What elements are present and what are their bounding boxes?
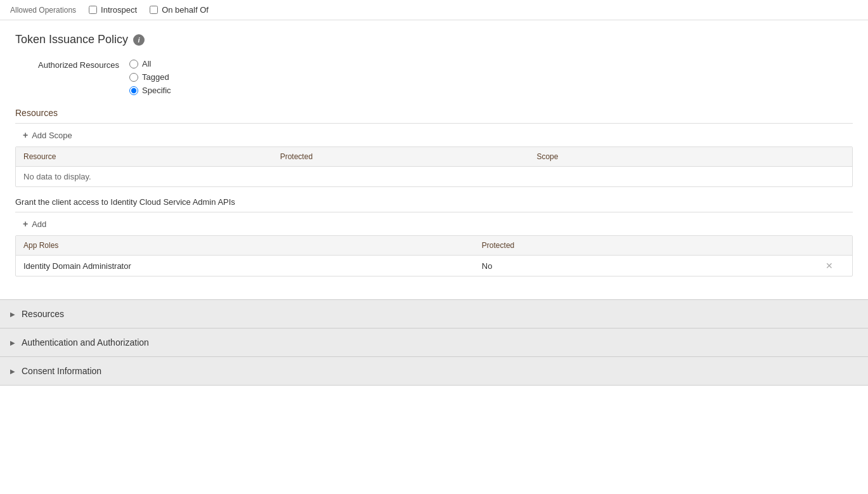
token-issuance-title: Token Issuance Policy	[15, 33, 128, 46]
radio-specific-input[interactable]	[129, 86, 138, 95]
app-roles-table-header: App Roles Protected	[16, 236, 852, 256]
introspect-checkbox[interactable]	[89, 6, 97, 14]
collapsible-sections: ▶ Resources ▶ Authentication and Authori…	[0, 299, 868, 386]
chevron-resources-icon: ▶	[10, 311, 15, 318]
add-button[interactable]: + Add	[15, 212, 54, 235]
resources-section: Resources + Add Scope Resource Protected…	[15, 108, 853, 187]
on-behalf-of-group: On behalf Of	[150, 5, 209, 15]
collapsible-auth[interactable]: ▶ Authentication and Authorization	[0, 328, 868, 357]
app-roles-table: App Roles Protected Identity Domain Admi…	[15, 235, 853, 276]
add-scope-button[interactable]: + Add Scope	[15, 124, 80, 146]
authorized-resources-options: All Tagged Specific	[129, 59, 171, 95]
collapsible-consent[interactable]: ▶ Consent Information	[0, 357, 868, 386]
authorized-resources-label: Authorized Resources	[15, 59, 129, 70]
no-data-row: No data to display.	[16, 167, 852, 186]
chevron-auth-icon: ▶	[10, 339, 15, 346]
col-header-protected: Protected	[280, 152, 537, 161]
main-content: Token Issuance Policy i Authorized Resou…	[0, 20, 868, 299]
delete-row-icon[interactable]: ✕	[826, 261, 833, 271]
no-data-text: No data to display.	[23, 172, 91, 181]
collapsible-consent-label: Consent Information	[22, 366, 101, 376]
resources-table-header: Resource Protected Scope	[16, 147, 852, 167]
radio-all-input[interactable]	[129, 60, 138, 68]
chevron-consent-icon: ▶	[10, 368, 15, 375]
resources-heading: Resources	[15, 108, 853, 118]
collapsible-auth-label: Authentication and Authorization	[22, 337, 149, 348]
radio-tagged-input[interactable]	[129, 73, 138, 82]
info-icon[interactable]: i	[133, 34, 145, 46]
col-header-resource: Resource	[23, 152, 280, 161]
top-bar: Allowed Operations Introspect On behalf …	[0, 0, 868, 20]
app-role-name: Identity Domain Administrator	[23, 261, 482, 271]
col-header-app-roles: App Roles	[23, 241, 482, 250]
app-roles-row-0: Identity Domain Administrator No ✕	[16, 256, 852, 276]
grant-heading: Grant the client access to Identity Clou…	[15, 197, 853, 207]
authorized-resources-row: Authorized Resources All Tagged Specific	[15, 59, 853, 95]
radio-specific[interactable]: Specific	[129, 86, 171, 95]
radio-tagged[interactable]: Tagged	[129, 72, 171, 82]
introspect-label[interactable]: Introspect	[101, 5, 137, 15]
section-title-row: Token Issuance Policy i	[15, 33, 853, 46]
allowed-operations-label: Allowed Operations	[10, 6, 76, 15]
grant-section: Grant the client access to Identity Clou…	[15, 197, 853, 276]
introspect-group: Introspect	[89, 5, 137, 15]
divider-2	[15, 212, 853, 212]
add-scope-icon: +	[23, 130, 28, 140]
col-header-action	[826, 241, 845, 250]
col-header-app-protected: Protected	[482, 241, 826, 250]
on-behalf-of-label[interactable]: On behalf Of	[162, 5, 209, 15]
collapsible-resources[interactable]: ▶ Resources	[0, 300, 868, 328]
resources-table: Resource Protected Scope No data to disp…	[15, 146, 853, 187]
on-behalf-of-checkbox[interactable]	[150, 6, 158, 14]
col-header-scope: Scope	[536, 152, 845, 161]
divider-1	[15, 123, 853, 124]
radio-all[interactable]: All	[129, 59, 171, 68]
add-icon: +	[23, 219, 28, 229]
app-role-protected: No	[482, 261, 826, 271]
collapsible-resources-label: Resources	[22, 309, 64, 319]
